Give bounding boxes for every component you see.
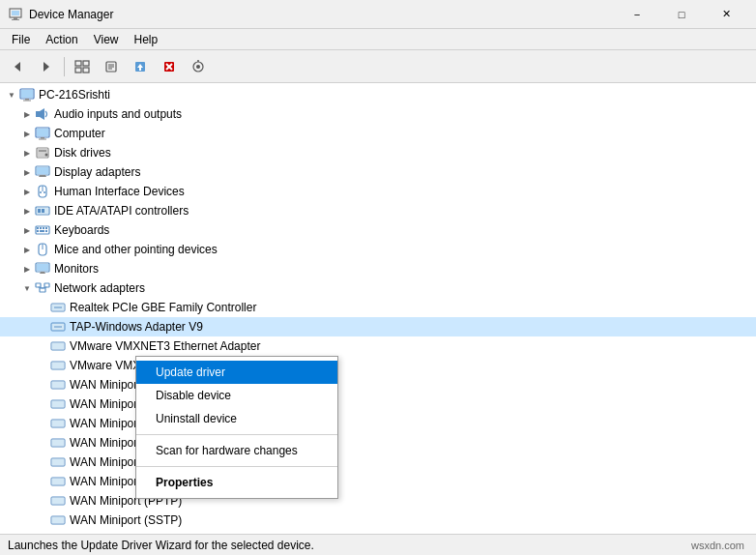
keyboards-label: Keyboards	[54, 223, 109, 237]
tree-item-wan2[interactable]: ▶ WAN Miniport (IP)	[0, 394, 756, 414]
close-button[interactable]: ✕	[704, 0, 748, 29]
svg-rect-86	[52, 479, 64, 484]
toolbar-separator-1	[64, 57, 65, 76]
realtek-icon	[50, 300, 66, 315]
context-menu-properties[interactable]: Properties	[136, 471, 337, 494]
tree-item-computer[interactable]: ▶ Computer	[0, 124, 756, 143]
svg-line-64	[43, 287, 47, 288]
main-area: ▼ PC-216Srishti ▶ Audio i	[0, 83, 756, 534]
tree-item-disk[interactable]: ▶ Disk drives	[0, 143, 756, 162]
expand-display[interactable]: ▶	[19, 164, 35, 180]
tree-item-mice[interactable]: ▶ Mice and other pointing devices	[0, 240, 756, 259]
tree-item-display[interactable]: ▶ Display adapters	[0, 162, 756, 182]
tree-item-keyboards[interactable]: ▶ Keyboards	[0, 220, 756, 240]
tree-item-wan-pptp[interactable]: ▶ WAN Miniport (PPTP)	[0, 491, 756, 511]
vmware1-label: VMware VMXNET3 Ethernet Adapter	[70, 339, 260, 353]
ports-label: Ports (COM & LPT)	[54, 533, 155, 534]
svg-rect-53	[40, 230, 44, 232]
expand-disk[interactable]: ▶	[19, 145, 35, 161]
context-menu-update-driver[interactable]: Update driver	[136, 361, 337, 384]
expand-hid[interactable]: ▶	[19, 184, 35, 199]
app-icon	[8, 7, 23, 22]
svg-rect-72	[52, 343, 64, 349]
svg-rect-52	[37, 230, 39, 232]
context-menu-scan[interactable]: Scan for hardware changes	[136, 439, 337, 462]
ide-label: IDE ATA/ATAPI controllers	[54, 204, 189, 218]
back-button[interactable]	[4, 54, 31, 79]
window-controls: − □ ✕	[615, 0, 748, 29]
tree-item-monitors[interactable]: ▶ Monitors	[0, 259, 756, 278]
tree-item-tap[interactable]: ▶ TAP-Windows Adapter V9	[0, 317, 756, 336]
tree-item-wan1[interactable]: ▶ WAN Miniport (IKEv2)	[0, 375, 756, 394]
tap-icon	[50, 319, 66, 335]
svg-rect-34	[39, 150, 46, 152]
context-menu-uninstall[interactable]: Uninstall device	[136, 407, 337, 430]
menu-view[interactable]: View	[86, 31, 127, 48]
wan4-icon	[50, 435, 66, 451]
tree-item-hid[interactable]: ▶ Human Interface Devices	[0, 182, 756, 201]
svg-point-42	[44, 191, 45, 193]
tree-view[interactable]: ▼ PC-216Srishti ▶ Audio i	[0, 83, 756, 534]
computer2-icon	[35, 126, 50, 141]
menu-help[interactable]: Help	[127, 31, 166, 48]
update-driver-button[interactable]	[127, 54, 154, 79]
forward-button[interactable]	[33, 54, 60, 79]
uninstall-button[interactable]	[156, 54, 183, 79]
svg-rect-46	[42, 209, 44, 213]
svg-point-41	[40, 191, 42, 193]
expand-monitors[interactable]: ▶	[19, 261, 35, 277]
svg-rect-29	[37, 129, 48, 136]
scan-button[interactable]	[185, 54, 212, 79]
expand-mice[interactable]: ▶	[19, 242, 35, 257]
svg-rect-80	[52, 421, 64, 426]
svg-rect-78	[52, 401, 64, 407]
disk-label: Disk drives	[54, 146, 111, 160]
wan2-icon	[50, 396, 66, 412]
expand-network[interactable]: ▼	[19, 280, 35, 296]
properties-button[interactable]	[98, 54, 125, 79]
tree-item-vmware2[interactable]: ▶ VMware VMXNET3 Ethernet Adapter #2	[0, 356, 756, 375]
svg-rect-90	[52, 517, 64, 523]
computer-icon	[19, 87, 35, 102]
expand-ide[interactable]: ▶	[19, 203, 35, 219]
expand-root[interactable]: ▼	[4, 87, 19, 102]
svg-rect-25	[23, 101, 31, 102]
svg-rect-8	[83, 61, 89, 66]
menu-action[interactable]: Action	[38, 31, 85, 48]
tree-item-wan3[interactable]: ▶ WAN Miniport (IPv6)	[0, 414, 756, 433]
vmware2-icon	[50, 358, 66, 373]
toolbar	[0, 50, 756, 83]
tree-item-wan-pppoe[interactable]: ▶ WAN Miniport (PPPOE)	[0, 472, 756, 491]
svg-point-35	[45, 154, 48, 157]
svg-rect-45	[38, 209, 41, 213]
tree-item-ide[interactable]: ▶ IDE ATA/ATAPI controllers	[0, 201, 756, 220]
display-icon	[35, 164, 50, 180]
show-device-button[interactable]	[69, 54, 96, 79]
svg-rect-74	[52, 363, 64, 368]
tree-item-wan5[interactable]: ▶ WAN Miniport (Network Monitor)	[0, 453, 756, 472]
maximize-button[interactable]: □	[659, 0, 704, 29]
svg-rect-3	[12, 19, 19, 20]
tree-item-audio[interactable]: ▶ Audio inputs and outputs	[0, 104, 756, 124]
expand-computer[interactable]: ▶	[19, 126, 35, 141]
svg-line-63	[39, 287, 44, 288]
svg-rect-9	[83, 68, 89, 73]
context-menu-disable[interactable]: Disable device	[136, 384, 337, 407]
audio-label: Audio inputs and outputs	[54, 107, 182, 121]
svg-rect-82	[52, 440, 64, 446]
tree-item-network[interactable]: ▼ Network adapters	[0, 278, 756, 298]
wan-pptp-icon	[50, 493, 66, 509]
tree-item-wan-sstp[interactable]: ▶ WAN Miniport (SSTP)	[0, 511, 756, 530]
tree-item-realtek[interactable]: ▶ Realtek PCIe GBE Family Controller	[0, 298, 756, 317]
tree-item-ports[interactable]: ▶ Ports (COM & LPT)	[0, 530, 756, 534]
minimize-button[interactable]: −	[615, 0, 659, 29]
tree-item-root[interactable]: ▼ PC-216Srishti	[0, 85, 756, 104]
tree-item-wan4[interactable]: ▶ WAN Miniport (L2TP)	[0, 433, 756, 453]
expand-audio[interactable]: ▶	[19, 106, 35, 122]
expand-ports[interactable]: ▶	[19, 532, 35, 534]
menu-file[interactable]: File	[4, 31, 38, 48]
tree-item-vmware1[interactable]: ▶ VMware VMXNET3 Ethernet Adapter	[0, 336, 756, 356]
expand-keyboards[interactable]: ▶	[19, 222, 35, 238]
svg-marker-59	[40, 272, 45, 274]
context-menu-separator	[136, 434, 337, 435]
